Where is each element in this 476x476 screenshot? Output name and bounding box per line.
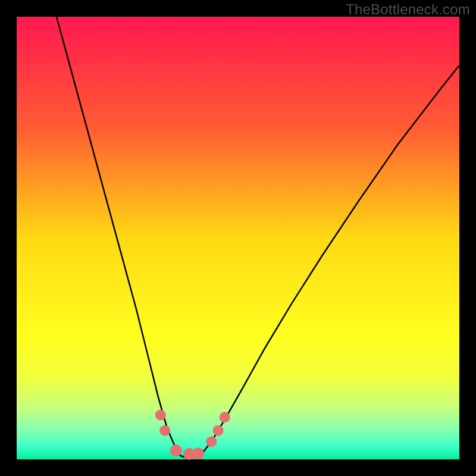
data-marker: [159, 425, 170, 436]
chart-container: TheBottleneck.com: [0, 0, 476, 476]
watermark-text: TheBottleneck.com: [346, 1, 470, 18]
data-marker: [170, 444, 182, 456]
plot-background: [17, 17, 459, 459]
data-marker: [155, 410, 166, 421]
data-marker: [220, 412, 230, 422]
bottleneck-chart: [0, 0, 476, 476]
data-marker: [206, 436, 217, 447]
data-marker: [213, 425, 224, 436]
data-marker: [192, 447, 204, 459]
